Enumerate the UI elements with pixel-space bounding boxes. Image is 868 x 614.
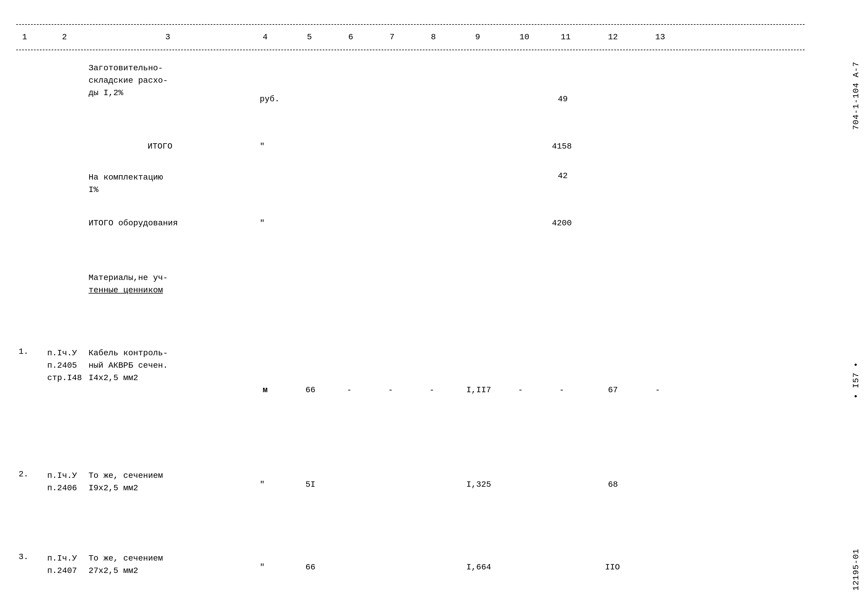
side-label-3: 12195-01 — [851, 508, 860, 591]
row-komplektatsiya-col11: 42 — [558, 171, 568, 180]
col-header-2: 2 — [62, 33, 67, 42]
materialy-line1: Материалы,не уч- — [88, 273, 168, 282]
row-zaг-col4: руб. — [260, 95, 279, 104]
row2-col9: I,325 — [466, 480, 491, 489]
materialy-line2: тенные ценником — [88, 286, 163, 295]
row1-desc: Кабель контроль- ный АКВРБ сечен. I4x2,5… — [88, 347, 168, 384]
col-header-11: 11 — [561, 33, 571, 42]
top-dashed-line — [16, 24, 804, 25]
row1-col4: м — [263, 385, 268, 395]
col-header-7: 7 — [390, 33, 395, 42]
document-page: 1 2 3 4 5 6 7 8 9 10 11 12 13 704-1-104 … — [0, 0, 868, 614]
col-header-4: 4 — [263, 33, 268, 42]
row1-num: 1. — [19, 347, 29, 356]
row-komplektatsiya: На комплектацию I% — [88, 171, 163, 196]
row3-col5: 66 — [305, 563, 316, 572]
col-header-1: 1 — [22, 33, 27, 42]
col-header-8: 8 — [431, 33, 436, 42]
row2-col4: " — [260, 480, 265, 489]
row-itogo1-col4: " — [260, 142, 265, 151]
row1-col9: I,II7 — [466, 385, 491, 395]
col-header-12: 12 — [608, 33, 618, 42]
row-itogo-oborud-col4: " — [260, 219, 265, 228]
row-zaг-col11: 49 — [558, 95, 568, 104]
col-header-5: 5 — [307, 33, 312, 42]
col-header-3: 3 — [165, 33, 170, 42]
komplektatsiya-line2: I% — [88, 185, 99, 194]
row-materialy-header: Материалы,не уч- тенные ценником — [88, 272, 168, 297]
col-header-9: 9 — [475, 33, 480, 42]
row-itogo1-col3: ИТОГО — [147, 142, 172, 151]
row1-col6: - — [347, 385, 352, 395]
row1-col8: - — [429, 385, 434, 395]
row3-ref: п.Iч.У п.2407 — [47, 552, 77, 577]
row-itogo-oborud-col11: 4200 — [552, 219, 572, 228]
row1-col7: - — [388, 385, 393, 395]
row1-col13: - — [655, 385, 660, 395]
row1-col12: 67 — [608, 385, 618, 395]
row-zaготовительно: Заготовительно- складские расхо- ды I,2% — [88, 62, 168, 99]
row2-num: 2. — [19, 469, 29, 479]
komplektatsiya-line1: На комплектацию — [88, 173, 163, 182]
row2-col12: 68 — [608, 480, 618, 489]
row-itogo1-col11: 4158 — [552, 142, 572, 151]
row2-col5: 5I — [305, 480, 316, 489]
side-label-2: • I57 • — [851, 325, 860, 399]
row3-col9: I,664 — [466, 563, 491, 572]
col3-line1: Заготовительно- — [88, 64, 163, 73]
row1-col11: - — [559, 385, 564, 395]
row3-num: 3. — [19, 552, 29, 561]
side-label-1: 704-1-104 А-7 — [851, 26, 860, 130]
col-header-6: 6 — [348, 33, 353, 42]
col3-line2: складские расхо- — [88, 76, 168, 85]
row-itogo-oborud-col3: ИТОГО оборудования — [88, 219, 178, 228]
row2-ref: п.Iч.У п.2406 — [47, 469, 77, 494]
row3-desc: То же, сечением 27x2,5 мм2 — [88, 552, 163, 577]
col-header-10: 10 — [519, 33, 530, 42]
row2-desc: То же, сечением I9x2,5 мм2 — [88, 469, 163, 494]
row1-col10: - — [518, 385, 523, 395]
row3-col12: IIO — [605, 563, 620, 572]
col-header-13: 13 — [655, 33, 665, 42]
row3-col4: " — [260, 563, 265, 572]
header-bottom-dashed-line — [16, 50, 804, 50]
row1-ref: п.Iч.У п.2405 стр.I48 — [47, 347, 82, 384]
col3-line3: ды I,2% — [88, 88, 123, 98]
row1-col5: 66 — [305, 385, 316, 395]
